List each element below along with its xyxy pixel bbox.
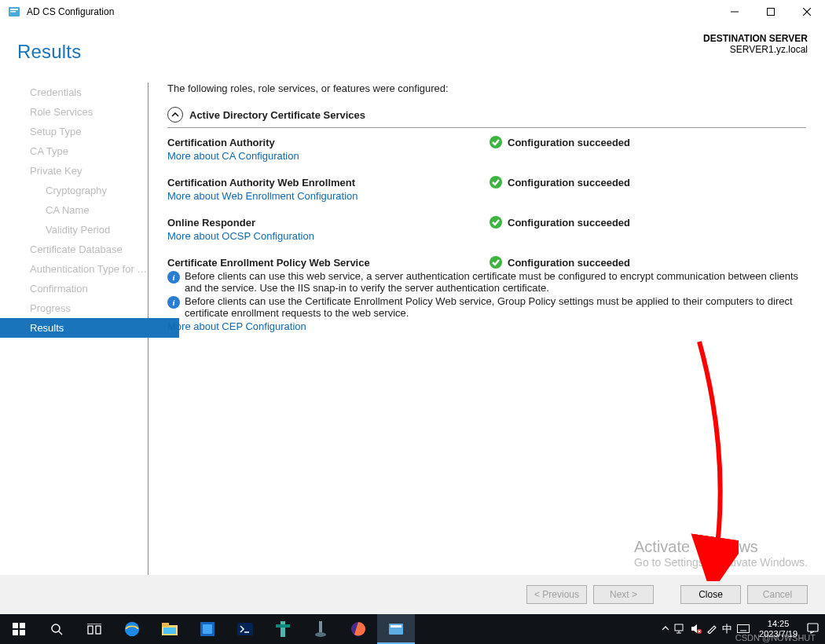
role-block: Certification AuthorityConfiguration suc…	[167, 136, 806, 162]
firefox-icon[interactable]	[339, 614, 377, 644]
wizard-content: The following roles, role services, or f…	[148, 82, 806, 575]
ie-icon[interactable]	[113, 614, 151, 644]
svg-rect-45	[808, 624, 818, 631]
svg-line-13	[59, 631, 62, 635]
app-icon-3[interactable]	[302, 614, 339, 644]
ime-icon[interactable]: 中	[722, 622, 732, 636]
info-text: Before clients can use the Certificate E…	[185, 295, 806, 319]
section-header[interactable]: Active Directory Certificate Services	[167, 107, 806, 128]
taskbar[interactable]: 中 14:25 2023/7/19 CSDN @NOWSHUT	[0, 614, 825, 644]
intro-text: The following roles, role services, or f…	[167, 82, 806, 94]
destination-value: SERVER1.yz.local	[703, 44, 808, 55]
role-block: Online ResponderConfiguration succeededM…	[167, 216, 806, 242]
svg-marker-35	[691, 624, 697, 633]
more-link[interactable]: More about OCSP Configuration	[167, 230, 314, 242]
activate-sub: Go to Settings to activate Windows.	[634, 556, 808, 569]
server-manager-icon[interactable]	[377, 614, 415, 644]
status-text: Configuration succeeded	[508, 257, 630, 269]
wizard-step-ca-name[interactable]: CA Name	[17, 200, 148, 220]
svg-rect-20	[163, 628, 176, 634]
window-title: AD CS Configuration	[27, 6, 717, 17]
info-note: iBefore clients can use this web service…	[167, 270, 806, 294]
svg-rect-31	[390, 625, 402, 628]
app-icon-2[interactable]	[264, 614, 302, 644]
activate-windows-watermark: Activate Windows Go to Settings to activ…	[634, 538, 808, 569]
info-icon: i	[167, 271, 180, 284]
role-block: Certificate Enrollment Policy Web Servic…	[167, 256, 806, 332]
csdn-watermark: CSDN @NOWSHUT	[735, 633, 816, 642]
svg-rect-14	[88, 626, 93, 634]
maximize-button[interactable]	[753, 0, 789, 24]
status-badge: Configuration succeeded	[490, 256, 630, 269]
check-icon	[490, 256, 502, 269]
check-icon	[490, 216, 502, 229]
wizard-step-confirmation[interactable]: Confirmation	[17, 279, 148, 298]
status-text: Configuration succeeded	[508, 177, 630, 188]
wizard-step-setup-type[interactable]: Setup Type	[17, 122, 148, 141]
wizard-step-credentials[interactable]: Credentials	[17, 82, 148, 102]
pen-icon[interactable]	[706, 623, 717, 635]
role-name: Online Responder	[167, 217, 490, 229]
destination-label: DESTINATION SERVER	[703, 33, 808, 44]
wizard-step-authentication-type-for-c-[interactable]: Authentication Type for C...	[17, 259, 148, 279]
svg-point-28	[315, 632, 326, 637]
svg-rect-26	[276, 624, 290, 628]
wizard-step-certificate-database[interactable]: Certificate Database	[17, 240, 148, 259]
wizard-step-validity-period[interactable]: Validity Period	[17, 220, 148, 240]
role-name: Certification Authority	[167, 137, 490, 148]
wizard-step-progress[interactable]: Progress	[17, 298, 148, 318]
info-note: iBefore clients can use the Certificate …	[167, 295, 806, 319]
activate-title: Activate Windows	[634, 538, 808, 556]
next-button[interactable]: Next >	[593, 585, 654, 604]
cancel-button[interactable]: Cancel	[747, 585, 808, 604]
wizard-step-cryptography[interactable]: Cryptography	[17, 181, 148, 200]
file-explorer-icon[interactable]	[151, 614, 189, 644]
more-link[interactable]: More about Web Enrollment Configuration	[167, 190, 358, 202]
svg-rect-4	[768, 9, 775, 16]
destination-server: DESTINATION SERVER SERVER1.yz.local	[703, 33, 808, 55]
svg-rect-25	[280, 621, 285, 637]
svg-rect-27	[319, 621, 322, 632]
previous-button[interactable]: < Previous	[526, 585, 587, 604]
tray-chevron-up-icon[interactable]	[662, 624, 669, 634]
app-icon-1[interactable]	[189, 614, 226, 644]
wizard-footer: < Previous Next > Close Cancel	[0, 575, 825, 614]
more-link[interactable]: More about CEP Configuration	[167, 320, 306, 332]
svg-rect-2	[10, 11, 16, 13]
info-text: Before clients can use this web service,…	[185, 270, 806, 294]
info-icon: i	[167, 296, 180, 309]
svg-rect-9	[20, 623, 25, 628]
role-name: Certification Authority Web Enrollment	[167, 177, 490, 188]
svg-rect-32	[675, 624, 683, 631]
status-badge: Configuration succeeded	[490, 176, 630, 188]
svg-rect-19	[162, 623, 169, 627]
close-button[interactable]	[789, 0, 825, 24]
wizard-step-role-services[interactable]: Role Services	[17, 102, 148, 122]
svg-rect-23	[237, 623, 253, 635]
svg-rect-39	[738, 624, 750, 632]
svg-point-12	[52, 624, 60, 632]
role-name: Certificate Enrollment Policy Web Servic…	[167, 257, 490, 269]
page-title: Results	[17, 41, 81, 63]
search-icon[interactable]	[38, 614, 75, 644]
status-badge: Configuration succeeded	[490, 136, 630, 148]
titlebar: AD CS Configuration	[0, 0, 825, 24]
role-block: Certification Authority Web EnrollmentCo…	[167, 176, 806, 202]
volume-icon[interactable]	[691, 624, 702, 635]
status-badge: Configuration succeeded	[490, 216, 630, 229]
close-wizard-button[interactable]: Close	[680, 585, 741, 604]
wizard-sidebar: CredentialsRole ServicesSetup TypeCA Typ…	[17, 82, 148, 575]
start-button[interactable]	[0, 614, 38, 644]
status-text: Configuration succeeded	[508, 137, 630, 148]
clock-time: 14:25	[759, 619, 798, 629]
wizard-step-ca-type[interactable]: CA Type	[17, 141, 148, 161]
powershell-icon[interactable]	[226, 614, 264, 644]
minimize-button[interactable]	[717, 0, 753, 24]
section-title: Active Directory Certificate Services	[189, 109, 365, 121]
network-icon[interactable]	[674, 624, 686, 635]
more-link[interactable]: More about CA Configuration	[167, 150, 299, 162]
status-text: Configuration succeeded	[508, 217, 630, 229]
task-view-icon[interactable]	[75, 614, 113, 644]
wizard-step-private-key[interactable]: Private Key	[17, 161, 148, 181]
svg-rect-22	[203, 624, 212, 634]
